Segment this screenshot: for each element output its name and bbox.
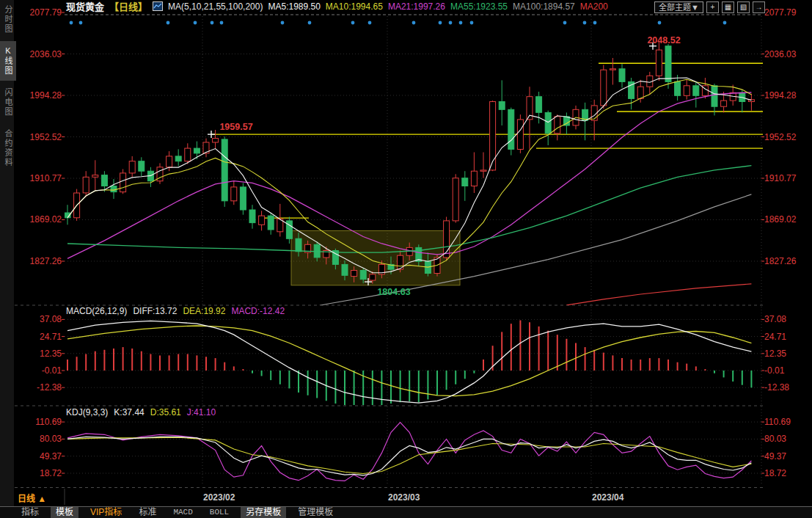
kdj-d-value: D:35.61 [150,407,181,417]
price-annotation: 2048.52 [647,35,680,45]
price-axis-label: 110.69 [16,417,62,426]
all-themes-dropdown[interactable]: 全部主题▼ [654,1,703,13]
price-axis-label: 12.35 [16,349,62,358]
tab-templates[interactable]: 模板 [51,507,78,518]
price-axis-label: 2036.03 [16,50,62,59]
ma55-value: MA55:1923.55 [450,1,508,12]
price-axis-label: 1869.02 [764,215,796,224]
price-axis-label: 18.72 [16,469,62,478]
price-axis-label: 80.03 [16,434,62,443]
pan-crosshair-icon[interactable]: + [706,1,719,13]
x-axis-date-label: 2023/04 [592,492,623,503]
macd-diff-value: DIFF:13.72 [133,306,177,316]
price-axis-label: 1910.77 [764,174,796,183]
kdj-title: KDJ(9,3,3) [66,407,108,417]
price-axis-label: 110.69 [764,417,791,426]
bottom-tab-bar: 指标 模板 VIP指标 标准 MACD BOLL 另存模板 管理模板 [0,506,812,518]
kline-app-window: 分时图 K线图 闪电图 合约资料 现货黄金 【日线】 MA(5,10,21,55… [0,0,812,518]
price-axis-label: 37.08 [16,315,62,324]
sidebar-tab-contract-info[interactable]: 合约资料 [0,124,16,172]
price-axis-label: 12.35 [764,349,786,358]
event-marker-dots[interactable] [70,21,727,25]
sidebar-tab-kline-chart[interactable]: K线图 [0,41,16,81]
ma10-value: MA10:1994.65 [326,1,383,12]
chart-scale-icon[interactable]: ▧ [737,1,750,13]
price-axis-label: 49.37 [764,452,786,461]
price-axis-label: 24.71 [16,332,62,341]
sidebar-tab-lightning-chart[interactable]: 闪电图 [0,83,16,122]
price-annotation: 1959.57 [219,122,252,132]
macd-macd-value: MACD:-12.42 [231,306,285,316]
chart-header: 现货黄金 【日线】 MA(5,10,21,55,100,200) MA5:198… [66,1,608,12]
left-sidebar: 分时图 K线图 闪电图 合约资料 [0,0,14,506]
price-axis-label: 24.71 [764,332,786,341]
ma5-value: MA5:1989.50 [268,1,320,12]
tab-manage-templates[interactable]: 管理模板 [293,507,338,518]
macd-title: MACD(26,12,9) [66,306,127,316]
macd-panel-header: MACD(26,12,9) DIFF:13.72 DEA:19.92 MACD:… [66,306,285,316]
y-axis-grid-icon[interactable]: ▦ [722,1,734,13]
price-axis-label: 1827.26 [764,257,796,266]
price-axis-label: 1910.77 [16,174,62,183]
sidebar-tab-time-chart[interactable]: 分时图 [0,0,16,39]
header-toolbar: 全部主题▼ + ▦ ▧ → [654,1,765,13]
tab-boll[interactable]: BOLL [205,507,234,518]
tab-indicators[interactable]: 指标 [16,507,44,518]
tab-vip-indicators[interactable]: VIP指标 [85,507,127,518]
price-axis-label: 1994.28 [764,91,796,100]
price-axis-label: 2077.79 [764,8,796,17]
pane-shift-icon[interactable]: → [753,1,765,13]
ma200-value: MA200 [580,1,608,12]
kdj-k-value: K:37.44 [114,407,144,417]
price-axis-label: 2077.79 [16,8,62,17]
price-axis-label: -0.01 [16,366,62,375]
ma100-value: MA100:1894.57 [513,1,575,12]
ma-settings-label: MA(5,10,21,55,100,200) [168,1,263,12]
period-selector-button[interactable]: 日线 ▲ [18,492,46,504]
macd-histogram [67,321,751,408]
kdj-j-value: J:41.10 [187,407,216,417]
price-axis-label: 1952.52 [16,133,62,142]
price-axis-label: 1952.52 [764,133,796,142]
price-axis-label: 80.03 [764,434,786,443]
symbol-name: 现货黄金 [66,0,104,13]
kdj-j-line [67,423,751,481]
price-axis-label: 1994.28 [16,91,62,100]
ma-line-ma200 [566,284,751,305]
price-axis-label: 18.72 [764,469,786,478]
tab-save-as-template[interactable]: 另存模板 [241,507,286,518]
x-axis-date-label: 2023/03 [388,492,420,503]
price-axis-label: 1869.02 [16,215,62,224]
price-axis-label: -12.38 [16,383,62,392]
price-axis-label: 2036.03 [764,50,796,59]
price-axis-label: 1827.26 [16,257,62,266]
price-annotation: 1804.63 [377,287,410,297]
price-axis-label: -12.38 [764,383,789,392]
period-tag: 【日线】 [109,0,147,13]
tab-macd[interactable]: MACD [168,507,197,518]
tab-standard[interactable]: 标准 [133,507,161,518]
price-axis-label: -0.01 [764,366,784,375]
kline-icon [153,1,163,11]
kdj-panel-header: KDJ(9,3,3) K:37.44 D:35.61 J:41.10 [66,407,216,417]
price-axis-label: 37.08 [764,315,786,324]
macd-dea-value: DEA:19.92 [183,306,225,316]
price-axis-label: 49.37 [16,452,62,461]
chart-canvas[interactable]: 1959.571804.632048.52 [0,0,812,518]
x-axis-date-label: 2023/02 [203,492,235,503]
ma21-value: MA21:1997.26 [388,1,445,12]
